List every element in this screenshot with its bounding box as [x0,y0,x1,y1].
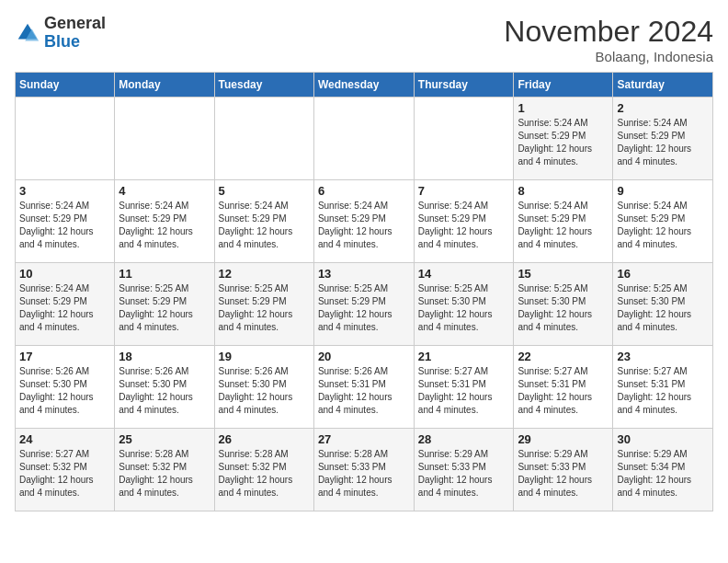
day-number: 19 [219,350,310,363]
logo-icon [15,20,40,46]
calendar-cell: 28Sunrise: 5:29 AM Sunset: 5:33 PM Dayli… [414,429,514,511]
weekday-header-friday: Friday [514,73,613,98]
day-info: Sunrise: 5:29 AM Sunset: 5:33 PM Dayligh… [418,448,510,500]
calendar-week-row: 17Sunrise: 5:26 AM Sunset: 5:30 PM Dayli… [16,346,713,429]
day-number: 15 [518,267,609,281]
day-info: Sunrise: 5:26 AM Sunset: 5:30 PM Dayligh… [119,365,210,417]
day-info: Sunrise: 5:24 AM Sunset: 5:29 PM Dayligh… [518,117,609,168]
calendar-cell: 6Sunrise: 5:24 AM Sunset: 5:29 PM Daylig… [313,180,414,263]
calendar-cell: 18Sunrise: 5:26 AM Sunset: 5:30 PM Dayli… [115,346,214,429]
day-number: 8 [518,184,609,198]
day-number: 6 [318,184,410,198]
logo: GeneralBlue [15,15,106,52]
day-number: 17 [19,350,110,363]
title-block: November 2024 Bolaang, Indonesia [504,15,713,64]
calendar-week-row: 1Sunrise: 5:24 AM Sunset: 5:29 PM Daylig… [16,98,713,180]
day-info: Sunrise: 5:26 AM Sunset: 5:30 PM Dayligh… [19,365,110,417]
weekday-header-saturday: Saturday [613,73,713,98]
day-number: 10 [19,267,110,281]
day-number: 25 [119,432,210,446]
calendar-cell: 15Sunrise: 5:25 AM Sunset: 5:30 PM Dayli… [514,263,613,346]
weekday-header-wednesday: Wednesday [313,73,414,98]
calendar-cell: 25Sunrise: 5:28 AM Sunset: 5:32 PM Dayli… [115,429,214,511]
day-number: 14 [418,267,510,281]
calendar-cell: 23Sunrise: 5:27 AM Sunset: 5:31 PM Dayli… [613,346,713,429]
day-number: 9 [617,184,709,198]
day-info: Sunrise: 5:26 AM Sunset: 5:30 PM Dayligh… [219,365,310,417]
day-info: Sunrise: 5:25 AM Sunset: 5:29 PM Dayligh… [219,282,310,334]
day-info: Sunrise: 5:27 AM Sunset: 5:31 PM Dayligh… [617,365,709,417]
day-info: Sunrise: 5:25 AM Sunset: 5:30 PM Dayligh… [518,282,609,334]
day-number: 18 [119,350,210,363]
calendar-cell: 7Sunrise: 5:24 AM Sunset: 5:29 PM Daylig… [414,180,514,263]
day-info: Sunrise: 5:24 AM Sunset: 5:29 PM Dayligh… [518,200,609,251]
day-info: Sunrise: 5:24 AM Sunset: 5:29 PM Dayligh… [318,200,410,251]
day-info: Sunrise: 5:28 AM Sunset: 5:32 PM Dayligh… [219,448,310,500]
weekday-header-sunday: Sunday [16,73,115,98]
calendar-cell: 19Sunrise: 5:26 AM Sunset: 5:30 PM Dayli… [214,346,313,429]
calendar-cell: 27Sunrise: 5:28 AM Sunset: 5:33 PM Dayli… [313,429,414,511]
day-info: Sunrise: 5:25 AM Sunset: 5:30 PM Dayligh… [418,282,510,334]
day-number: 2 [617,101,709,115]
calendar-cell: 9Sunrise: 5:24 AM Sunset: 5:29 PM Daylig… [613,180,713,263]
day-info: Sunrise: 5:24 AM Sunset: 5:29 PM Dayligh… [119,200,210,251]
calendar-cell: 20Sunrise: 5:26 AM Sunset: 5:31 PM Dayli… [313,346,414,429]
day-number: 12 [219,267,310,281]
day-number: 3 [19,184,110,198]
day-info: Sunrise: 5:25 AM Sunset: 5:30 PM Dayligh… [617,282,709,334]
weekday-header-tuesday: Tuesday [214,73,313,98]
calendar-cell: 14Sunrise: 5:25 AM Sunset: 5:30 PM Dayli… [414,263,514,346]
day-info: Sunrise: 5:27 AM Sunset: 5:31 PM Dayligh… [418,365,510,417]
day-number: 7 [418,184,510,198]
calendar-cell: 21Sunrise: 5:27 AM Sunset: 5:31 PM Dayli… [414,346,514,429]
month-title: November 2024 [504,15,713,49]
day-info: Sunrise: 5:24 AM Sunset: 5:29 PM Dayligh… [19,200,110,251]
day-number: 13 [318,267,410,281]
day-info: Sunrise: 5:24 AM Sunset: 5:29 PM Dayligh… [617,200,709,251]
day-info: Sunrise: 5:27 AM Sunset: 5:31 PM Dayligh… [518,365,609,417]
day-number: 22 [518,350,609,363]
day-info: Sunrise: 5:24 AM Sunset: 5:29 PM Dayligh… [19,282,110,334]
calendar-cell: 12Sunrise: 5:25 AM Sunset: 5:29 PM Dayli… [214,263,313,346]
calendar-cell: 24Sunrise: 5:27 AM Sunset: 5:32 PM Dayli… [16,429,115,511]
calendar-cell: 8Sunrise: 5:24 AM Sunset: 5:29 PM Daylig… [514,180,613,263]
day-number: 28 [418,432,510,446]
calendar-cell: 22Sunrise: 5:27 AM Sunset: 5:31 PM Dayli… [514,346,613,429]
calendar-cell: 3Sunrise: 5:24 AM Sunset: 5:29 PM Daylig… [16,180,115,263]
weekday-header-monday: Monday [115,73,214,98]
calendar-cell: 29Sunrise: 5:29 AM Sunset: 5:33 PM Dayli… [514,429,613,511]
day-number: 27 [318,432,410,446]
calendar-table: SundayMondayTuesdayWednesdayThursdayFrid… [15,72,713,511]
day-number: 11 [119,267,210,281]
day-number: 24 [19,432,110,446]
calendar-cell: 2Sunrise: 5:24 AM Sunset: 5:29 PM Daylig… [613,98,713,180]
calendar-cell: 10Sunrise: 5:24 AM Sunset: 5:29 PM Dayli… [16,263,115,346]
day-info: Sunrise: 5:28 AM Sunset: 5:32 PM Dayligh… [119,448,210,500]
weekday-header-row: SundayMondayTuesdayWednesdayThursdayFrid… [16,73,713,98]
calendar-week-row: 10Sunrise: 5:24 AM Sunset: 5:29 PM Dayli… [16,263,713,346]
day-info: Sunrise: 5:27 AM Sunset: 5:32 PM Dayligh… [19,448,110,500]
calendar-cell: 13Sunrise: 5:25 AM Sunset: 5:29 PM Dayli… [313,263,414,346]
calendar-cell: 11Sunrise: 5:25 AM Sunset: 5:29 PM Dayli… [115,263,214,346]
day-number: 1 [518,101,609,115]
calendar-cell: 30Sunrise: 5:29 AM Sunset: 5:34 PM Dayli… [613,429,713,511]
calendar-cell: 4Sunrise: 5:24 AM Sunset: 5:29 PM Daylig… [115,180,214,263]
day-number: 30 [617,432,709,446]
day-info: Sunrise: 5:28 AM Sunset: 5:33 PM Dayligh… [318,448,410,500]
day-number: 4 [119,184,210,198]
page-header: GeneralBlue November 2024 Bolaang, Indon… [15,15,713,64]
day-number: 29 [518,432,609,446]
day-info: Sunrise: 5:24 AM Sunset: 5:29 PM Dayligh… [617,117,709,168]
weekday-header-thursday: Thursday [414,73,514,98]
day-info: Sunrise: 5:25 AM Sunset: 5:29 PM Dayligh… [119,282,210,334]
day-number: 5 [219,184,310,198]
day-info: Sunrise: 5:29 AM Sunset: 5:33 PM Dayligh… [518,448,609,500]
calendar-cell: 17Sunrise: 5:26 AM Sunset: 5:30 PM Dayli… [16,346,115,429]
logo-text: GeneralBlue [44,15,106,52]
day-info: Sunrise: 5:25 AM Sunset: 5:29 PM Dayligh… [318,282,410,334]
day-info: Sunrise: 5:24 AM Sunset: 5:29 PM Dayligh… [219,200,310,251]
calendar-cell [414,98,514,180]
day-number: 23 [617,350,709,363]
calendar-cell [214,98,313,180]
day-number: 21 [418,350,510,363]
